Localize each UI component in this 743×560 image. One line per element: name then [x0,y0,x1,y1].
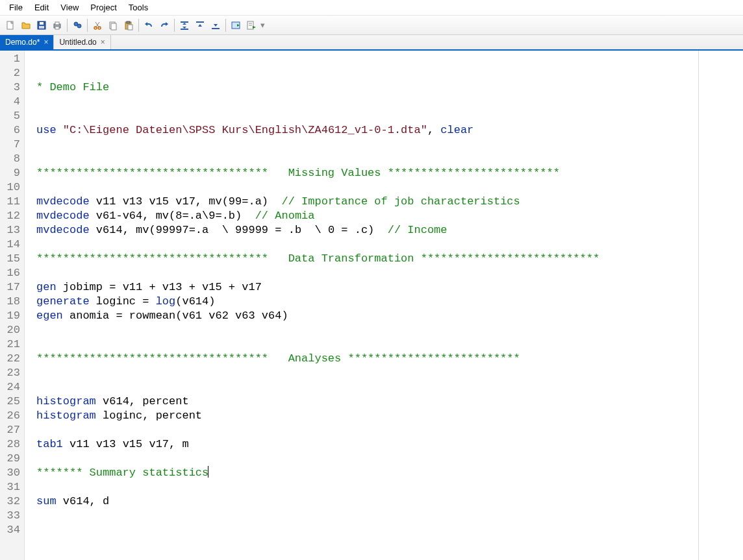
code-line[interactable] [36,480,743,494]
close-icon[interactable]: × [44,38,48,47]
toolbar-separator [174,19,175,32]
line-number: 7 [0,138,20,152]
menu-tools[interactable]: Tools [123,1,153,14]
code-line[interactable] [36,52,743,66]
bookmark-next-button[interactable] [208,18,223,32]
save-button[interactable] [34,18,49,32]
cut-button[interactable] [90,18,105,32]
paste-button[interactable] [121,18,136,32]
copy-button[interactable] [106,18,120,32]
code-token: * Demo File [36,81,109,93]
text-caret [208,466,208,478]
code-line[interactable]: histogram loginc, percent [36,409,743,423]
code-line[interactable]: histogram v614, percent [36,395,743,409]
svg-rect-16 [127,21,130,23]
line-number: 12 [0,209,20,223]
code-line[interactable]: mvdecode v11 v13 v15 v17, mv(99=.a) // I… [36,195,743,209]
bookmark-next-icon [210,20,221,30]
code-token: , [427,124,440,136]
right-margin-guide [698,51,699,560]
code-line[interactable] [36,237,743,252]
menu-edit[interactable]: Edit [29,1,54,14]
print-button[interactable] [50,18,64,32]
find-icon [72,20,82,30]
tab-untitled-do[interactable]: Untitled.do × [54,35,110,49]
code-line[interactable] [36,152,743,166]
code-editor[interactable]: 1234567891011121314151617181920212223242… [0,51,743,560]
code-line[interactable] [36,452,743,466]
code-line[interactable] [36,138,743,152]
code-line[interactable]: ******* Summary statistics [36,466,743,480]
svg-marker-33 [253,26,256,29]
menu-project[interactable]: Project [85,1,121,14]
menu-bar: File Edit View Project Tools [0,0,743,16]
code-line[interactable] [36,423,743,437]
unindent-button[interactable] [193,18,207,32]
run-lines-icon [246,20,257,30]
line-number: 32 [0,494,20,509]
code-line[interactable] [36,366,743,380]
code-line[interactable] [36,337,743,352]
code-line[interactable]: sum v614, d [36,494,743,509]
code-line[interactable]: *********************************** Data… [36,252,743,266]
line-number: 1 [0,52,20,66]
code-line[interactable]: *********************************** Anal… [36,352,743,366]
code-line[interactable]: egen anomia = rowmean(v61 v62 v63 v64) [36,309,743,323]
tab-demo-do[interactable]: Demo.do* × [0,35,54,49]
code-line[interactable]: gen jobimp = v11 + v13 + v15 + v17 [36,280,743,295]
toolbar-separator [225,19,226,32]
line-number: 17 [0,280,20,295]
code-line[interactable] [36,180,743,195]
menu-file[interactable]: File [4,1,28,14]
code-line[interactable] [36,323,743,337]
tab-label: Untitled.do [59,38,96,47]
menu-view[interactable]: View [55,1,84,14]
code-line[interactable] [36,509,743,523]
svg-marker-25 [198,24,202,27]
tab-bar: Demo.do* × Untitled.do × [0,35,743,51]
redo-button[interactable] [157,18,171,32]
code-line[interactable]: mvdecode v61-v64, mv(8=.a\9=.b) // Anomi… [36,209,743,223]
undo-icon [144,20,154,30]
line-number: 19 [0,309,20,323]
line-number: 15 [0,252,20,266]
code-token: histogram [36,395,103,408]
open-folder-icon [21,20,31,30]
new-file-button[interactable] [3,18,18,32]
svg-rect-5 [55,22,59,25]
svg-marker-19 [166,22,168,26]
line-number: 34 [0,523,20,537]
svg-rect-3 [39,26,44,29]
code-line[interactable]: mvdecode v614, mv(99997=.a \ 99999 = .b … [36,223,743,237]
code-line[interactable] [36,66,743,80]
close-icon[interactable]: × [101,38,105,47]
code-token: sum [36,495,63,507]
svg-marker-22 [183,27,186,29]
code-line[interactable]: * Demo File [36,80,743,95]
toolbar-overflow-icon[interactable]: ▾ [260,20,265,30]
line-number: 23 [0,366,20,380]
unindent-icon [195,20,205,30]
line-number: 18 [0,295,20,309]
indent-toggle-button[interactable] [177,18,192,32]
run-button[interactable] [229,18,243,32]
code-line[interactable] [36,95,743,109]
open-button[interactable] [19,18,33,32]
find-button[interactable] [70,18,84,32]
code-token: v614, percent [103,395,189,408]
code-token: "C:\Eigene Dateien\SPSS Kurs\English\ZA4… [63,124,427,136]
svg-rect-17 [128,25,132,30]
code-line[interactable]: tab1 v11 v13 v15 v17, m [36,437,743,452]
code-line[interactable]: generate loginc = log(v614) [36,295,743,309]
undo-button[interactable] [142,18,156,32]
code-line[interactable] [36,380,743,395]
code-line[interactable] [36,109,743,123]
code-line[interactable] [36,266,743,280]
run-lines-button[interactable] [244,18,258,32]
code-line[interactable] [36,523,743,537]
code-line[interactable]: *********************************** Miss… [36,166,743,180]
code-area[interactable]: * Demo Fileuse "C:\Eigene Dateien\SPSS K… [25,51,743,560]
svg-marker-27 [214,24,218,27]
code-line[interactable]: use "C:\Eigene Dateien\SPSS Kurs\English… [36,123,743,138]
line-number: 25 [0,395,20,409]
